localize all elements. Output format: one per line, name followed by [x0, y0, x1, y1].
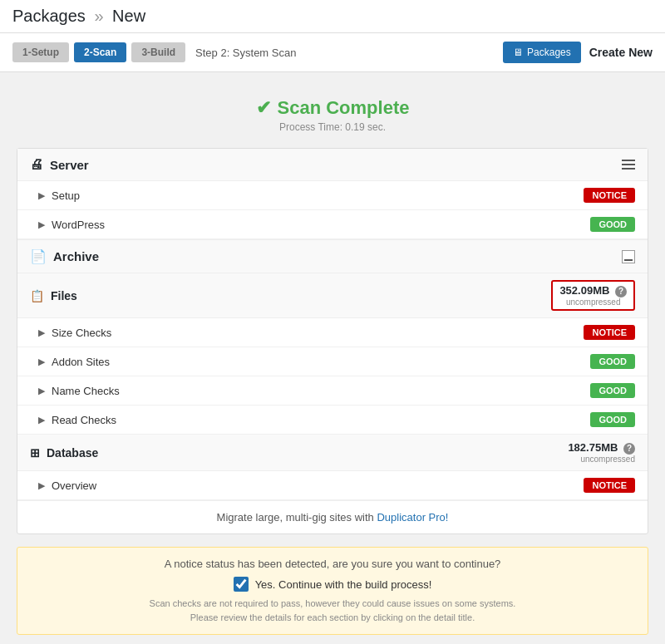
files-help-icon[interactable]: ? — [615, 286, 627, 297]
step3-button[interactable]: 3-Build — [131, 42, 185, 62]
files-size-sub: uncompressed — [559, 297, 627, 307]
size-checks-label: Size Checks — [52, 327, 111, 339]
scan-complete-title: ✔ Scan Complete — [17, 97, 648, 119]
server-setup-label: Setup — [52, 189, 80, 202]
step2-button[interactable]: 2-Scan — [74, 42, 126, 62]
row-arrow-wp: ▶ — [38, 219, 45, 230]
scan-note: Scan checks are not required to pass, ho… — [34, 597, 631, 624]
addon-sites-badge: Good — [590, 354, 635, 369]
name-checks-badge: Good — [590, 383, 635, 398]
continue-label: Yes. Continue with the build process! — [255, 578, 432, 591]
name-checks-row: ▶ Name Checks Good — [17, 376, 648, 406]
server-section-title: 🖨 Server — [30, 157, 89, 172]
notice-warning-message: A notice status has been detected, are y… — [165, 558, 501, 570]
check-icon: ✔ — [256, 97, 271, 119]
database-label: Database — [47, 446, 98, 460]
hamburger-line-1 — [622, 160, 635, 161]
addon-sites-row: ▶ Addon Sites Good — [17, 347, 648, 376]
scan-note-line1: Scan checks are not required to pass, ho… — [150, 598, 516, 608]
database-size-sub: uncompressed — [568, 455, 635, 464]
breadcrumb-new: New — [112, 7, 145, 25]
database-size-num: 182.75MB ? — [568, 441, 635, 454]
scan-complete-header: ✔ Scan Complete Process Time: 0.19 sec. — [17, 85, 648, 140]
addon-sites-label: Addon Sites — [52, 356, 110, 368]
wizard-bar: 1-Setup 2-Scan 3-Build Step 2: System Sc… — [0, 33, 665, 72]
overview-badge: Notice — [584, 478, 635, 493]
server-setup-badge: Notice — [584, 188, 635, 203]
notice-warning-text: A notice status has been detected, are y… — [34, 558, 631, 570]
row-arrow-addon: ▶ — [38, 356, 45, 367]
archive-section: 📄 Archive 📋 Files 352.09MB ? — [17, 239, 648, 533]
database-size-box: 182.75MB ? uncompressed — [568, 441, 635, 464]
server-title-text: Server — [50, 158, 89, 172]
size-checks-badge: Notice — [584, 325, 635, 340]
scan-process-time: Process Time: 0.19 sec. — [17, 121, 648, 133]
read-checks-label: Read Checks — [52, 414, 116, 426]
files-size-box: 352.09MB ? uncompressed — [551, 280, 635, 311]
database-row: ⊞ Database 182.75MB ? uncompressed — [17, 435, 648, 471]
database-title: ⊞ Database — [30, 446, 98, 460]
read-checks-row: ▶ Read Checks Good — [17, 406, 648, 435]
page-title: Packages » New — [12, 7, 653, 26]
files-row: 📋 Files 352.09MB ? uncompressed — [17, 273, 648, 318]
server-wordpress-badge: Good — [590, 217, 635, 232]
continue-row: Yes. Continue with the build process! — [34, 577, 631, 592]
overview-row: ▶ Overview Notice — [17, 471, 648, 500]
hamburger-line-3 — [622, 168, 635, 170]
row-arrow-setup: ▶ — [38, 190, 45, 201]
page-header: Packages » New — [0, 0, 665, 33]
continue-checkbox[interactable] — [234, 577, 249, 592]
files-size-num: 352.09MB ? — [559, 284, 627, 297]
server-setup-row: ▶ Setup Notice — [17, 181, 648, 210]
server-icon: 🖨 — [30, 157, 43, 172]
packages-btn-label: Packages — [527, 47, 571, 58]
files-size-value: 352.09MB — [559, 284, 609, 297]
server-wordpress-label: WordPress — [52, 219, 105, 231]
row-arrow-read: ▶ — [38, 415, 45, 425]
row-arrow-overview: ▶ — [38, 480, 45, 491]
create-new-button[interactable]: Create New — [589, 46, 653, 59]
server-menu-icon[interactable] — [622, 160, 635, 170]
packages-icon: 🖥 — [513, 47, 523, 58]
notice-warning: A notice status has been detected, are y… — [17, 547, 648, 635]
duplicator-pro-link[interactable]: Duplicator Pro! — [377, 511, 448, 524]
scan-panel: 🖨 Server ▶ Setup Notice ▶ WordPress Good — [17, 148, 648, 534]
wizard-steps: 1-Setup 2-Scan 3-Build Step 2: System Sc… — [12, 42, 296, 62]
hamburger-line-2 — [622, 164, 635, 165]
wizard-actions: 🖥 Packages Create New — [503, 42, 653, 63]
step-description: Step 2: System Scan — [195, 47, 296, 59]
database-help-icon[interactable]: ? — [623, 443, 635, 455]
read-checks-badge: Good — [590, 412, 635, 427]
files-label: Files — [51, 289, 77, 302]
database-icon: ⊞ — [30, 446, 40, 460]
packages-button[interactable]: 🖥 Packages — [503, 42, 581, 63]
archive-title-text: Archive — [53, 249, 99, 263]
breadcrumb-packages: Packages — [12, 7, 86, 25]
size-checks-row: ▶ Size Checks Notice — [17, 318, 648, 347]
row-arrow-size: ▶ — [38, 327, 45, 338]
archive-section-header: 📄 Archive — [17, 240, 648, 273]
archive-icon: 📄 — [30, 248, 47, 264]
archive-minimize-icon[interactable] — [622, 250, 635, 263]
database-size-value: 182.75MB — [568, 441, 618, 454]
archive-section-title: 📄 Archive — [30, 248, 99, 264]
migrate-notice: Migrate large, multi-gig sites with Dupl… — [17, 500, 648, 533]
server-section-header: 🖨 Server — [17, 149, 648, 181]
overview-label: Overview — [52, 479, 96, 492]
name-checks-label: Name Checks — [52, 385, 120, 397]
main-content: ✔ Scan Complete Process Time: 0.19 sec. … — [0, 72, 665, 644]
migrate-text: Migrate large, multi-gig sites with — [217, 511, 377, 524]
row-arrow-name: ▶ — [38, 386, 45, 396]
files-icon: 📋 — [30, 289, 44, 302]
minimize-line — [624, 259, 633, 261]
step1-button[interactable]: 1-Setup — [12, 42, 69, 62]
scan-note-line2: Please review the details for each secti… — [190, 612, 475, 622]
server-wordpress-row: ▶ WordPress Good — [17, 210, 648, 239]
scan-complete-text: Scan Complete — [278, 97, 410, 119]
files-title: 📋 Files — [30, 289, 77, 302]
breadcrumb-sep: » — [94, 7, 103, 25]
